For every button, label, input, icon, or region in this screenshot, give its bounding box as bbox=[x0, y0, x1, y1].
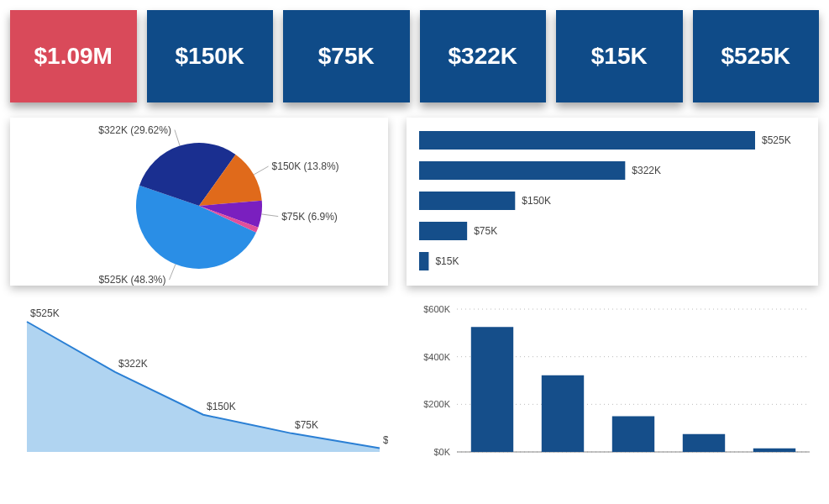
row-mid: $525K (48.3%)$322K (29.62%)$150K (13.8%)… bbox=[10, 118, 819, 286]
vbar bbox=[612, 417, 654, 453]
area-point-label: $525K bbox=[30, 307, 60, 319]
kpi-value: $75K bbox=[318, 43, 375, 70]
kpi-525k[interactable]: $525K bbox=[693, 10, 820, 102]
pie-label: $150K (13.8%) bbox=[272, 160, 339, 172]
kpi-total[interactable]: $1.09M bbox=[10, 10, 137, 102]
svg-line-2 bbox=[254, 166, 268, 175]
vbar-ytick: $600K bbox=[423, 304, 450, 314]
kpi-value: $150K bbox=[175, 43, 244, 70]
pie-label: $525K (48.3%) bbox=[98, 274, 165, 286]
vbar-ytick: $400K bbox=[423, 352, 450, 362]
kpi-value: $525K bbox=[721, 43, 790, 70]
area-point-label: $150K bbox=[207, 401, 236, 412]
area-fill bbox=[27, 322, 380, 452]
vbar-ytick: $200K bbox=[423, 399, 450, 409]
kpi-row: $1.09M $150K $75K $322K $15K $525K bbox=[10, 10, 819, 102]
vbar bbox=[683, 434, 725, 452]
kpi-150k[interactable]: $150K bbox=[147, 10, 274, 102]
area-point-label: $75K bbox=[295, 419, 318, 431]
row-bottom: $525K$322K$150K$75K$15K $0K$200K$400K$60… bbox=[10, 301, 819, 460]
kpi-75k[interactable]: $75K bbox=[283, 10, 410, 102]
hbar-label: $525K bbox=[762, 134, 791, 146]
hbar bbox=[419, 161, 625, 180]
area-point-label: $322K bbox=[118, 358, 148, 370]
kpi-15k[interactable]: $15K bbox=[556, 10, 683, 102]
vbar-ytick: $0K bbox=[433, 447, 450, 457]
hbar bbox=[419, 222, 467, 240]
pie-label: $75K (6.9%) bbox=[281, 211, 338, 223]
vbar bbox=[471, 327, 513, 452]
svg-line-3 bbox=[261, 214, 278, 217]
hbar-chart: $525K$322K$150K$75K$15K bbox=[407, 118, 818, 286]
kpi-322k[interactable]: $322K bbox=[420, 10, 547, 102]
kpi-value: $1.09M bbox=[34, 43, 113, 70]
pie-label: $322K (29.62%) bbox=[98, 124, 171, 136]
hbar-label: $15K bbox=[435, 255, 459, 267]
area-chart: $525K$322K$150K$75K$15K bbox=[10, 301, 388, 460]
hbar bbox=[419, 192, 515, 210]
vbar bbox=[753, 449, 795, 452]
svg-line-0 bbox=[170, 265, 176, 281]
hbar bbox=[419, 131, 755, 150]
hbar bbox=[419, 252, 428, 270]
kpi-value: $322K bbox=[448, 43, 517, 70]
hbar-label: $322K bbox=[632, 165, 661, 176]
area-point-label: $15K bbox=[383, 434, 388, 446]
vbar-chart: $0K$200K$400K$600K bbox=[407, 301, 818, 460]
kpi-value: $15K bbox=[591, 43, 648, 70]
hbar-label: $75K bbox=[474, 225, 497, 237]
hbar-label: $150K bbox=[522, 195, 551, 207]
pie-chart: $525K (48.3%)$322K (29.62%)$150K (13.8%)… bbox=[10, 118, 388, 286]
vbar bbox=[542, 375, 584, 452]
svg-line-1 bbox=[175, 130, 180, 146]
